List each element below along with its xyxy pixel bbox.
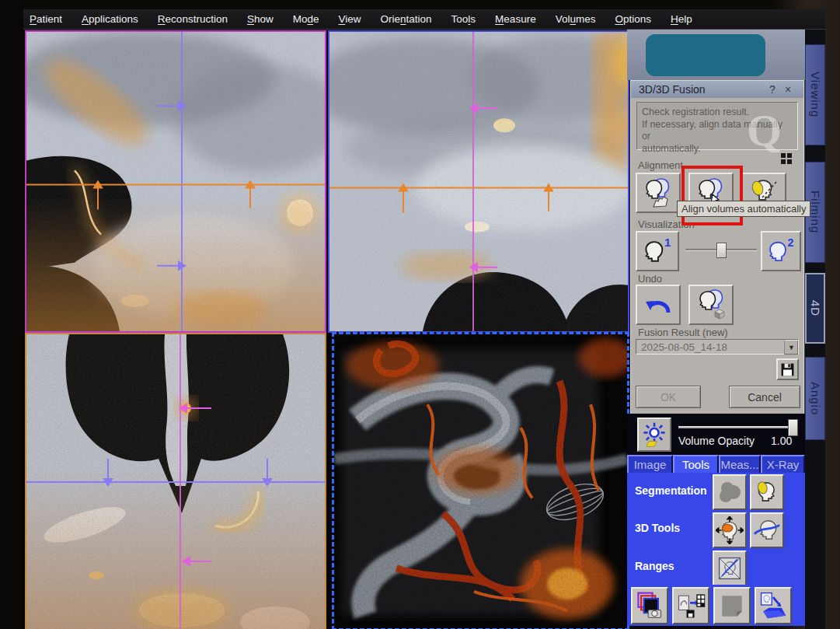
export-icon bbox=[758, 590, 789, 621]
opacity-value: 1.00 bbox=[771, 435, 792, 447]
dialog-titlebar[interactable]: 3D/3D Fusion ? × bbox=[631, 81, 803, 98]
bottom-toolbar bbox=[627, 585, 805, 626]
save-result-button[interactable] bbox=[776, 358, 799, 380]
cut-curve-button[interactable] bbox=[750, 512, 784, 548]
image-viewport-area bbox=[23, 30, 628, 629]
undo-registration-button[interactable] bbox=[688, 285, 734, 325]
dropdown-arrow-icon[interactable]: ▼ bbox=[784, 340, 798, 355]
snapshot-button[interactable] bbox=[631, 587, 668, 624]
menu-reconstruction[interactable]: Reconstruction bbox=[158, 13, 228, 25]
save-to-film-icon bbox=[675, 590, 706, 621]
blend-slider[interactable] bbox=[685, 249, 757, 251]
menu-applications[interactable]: Applications bbox=[82, 13, 138, 25]
viewport-mpr-2[interactable] bbox=[328, 30, 629, 333]
info-watermark-icon: Q bbox=[747, 104, 782, 156]
fusion-result-label: Fusion Result (new) bbox=[638, 327, 728, 338]
side-tab-angio[interactable]: Angio bbox=[805, 357, 825, 440]
tab-tools[interactable]: Tools bbox=[673, 455, 719, 473]
align-manually-button[interactable] bbox=[636, 173, 681, 213]
opacity-sun-icon bbox=[641, 421, 667, 448]
menu-help[interactable]: Help bbox=[671, 13, 692, 25]
alignment-section-label: Alignment bbox=[638, 159, 683, 171]
blend-slider-handle[interactable] bbox=[716, 243, 727, 258]
tab-image[interactable]: Image bbox=[627, 455, 673, 473]
fusion-result-dropdown[interactable]: 2025-08-05_14-18 ▼ bbox=[636, 339, 799, 355]
segmentation-blob-icon bbox=[716, 479, 743, 505]
viewport-mpr-1[interactable] bbox=[25, 30, 326, 333]
menu-patient[interactable]: Patient bbox=[30, 13, 62, 25]
viewport-3d[interactable] bbox=[332, 332, 629, 629]
bookmark-icon bbox=[716, 590, 748, 621]
side-tab-column: Viewing Filming 4D Angio bbox=[805, 30, 825, 629]
menu-bar: Patient Applications Reconstruction Show… bbox=[23, 9, 825, 30]
patient-info-redaction bbox=[646, 34, 765, 76]
segmentation-head-button[interactable] bbox=[750, 474, 784, 510]
fusion-dialog: 3D/3D Fusion ? × Check registration resu… bbox=[630, 80, 804, 415]
tool-tabs: Image Tools Meas... X-Ray bbox=[627, 455, 805, 473]
side-tab-viewing[interactable]: Viewing bbox=[805, 44, 825, 145]
export-to-folder-button[interactable] bbox=[755, 587, 792, 624]
patient-header-band bbox=[627, 30, 805, 80]
menu-view[interactable]: View bbox=[338, 13, 361, 25]
layout-grid-icon[interactable] bbox=[781, 153, 792, 164]
align-manually-icon bbox=[641, 177, 675, 208]
dialog-title: 3D/3D Fusion bbox=[639, 83, 765, 96]
show-volume1-button[interactable]: 1 bbox=[636, 231, 679, 271]
volume-opacity-bar: Volume Opacity 1.00 bbox=[627, 414, 805, 455]
transform-head-icon bbox=[716, 516, 744, 544]
tooltip: Align volumes automatically bbox=[677, 201, 810, 217]
menu-volumes[interactable]: Volumes bbox=[556, 13, 596, 25]
ranges-label: Ranges bbox=[635, 560, 674, 572]
undo-button[interactable] bbox=[636, 285, 681, 325]
bookmark-button[interactable] bbox=[713, 587, 751, 624]
undo-section-label: Undo bbox=[638, 273, 662, 285]
ranges-box-icon bbox=[716, 555, 743, 582]
menu-mode[interactable]: Mode bbox=[293, 13, 319, 25]
segmentation-blob-button[interactable] bbox=[713, 474, 747, 510]
snapshot-icon bbox=[634, 590, 665, 621]
viewport-mpr-3[interactable] bbox=[25, 333, 326, 629]
cancel-button[interactable]: Cancel bbox=[729, 386, 800, 408]
svg-text:2: 2 bbox=[788, 236, 794, 249]
save-to-film-button[interactable] bbox=[672, 587, 709, 624]
close-button[interactable]: × bbox=[780, 83, 796, 96]
tools-panel: Segmentation 3D Tools bbox=[627, 473, 805, 585]
menu-show[interactable]: Show bbox=[247, 13, 274, 25]
opacity-slider-handle[interactable] bbox=[788, 419, 798, 436]
volume1-icon: 1 bbox=[641, 236, 674, 267]
cut-curve-icon bbox=[753, 516, 781, 544]
segmentation-label: Segmentation bbox=[635, 484, 707, 497]
menu-measure[interactable]: Measure bbox=[495, 13, 536, 25]
side-tab-4d[interactable]: 4D bbox=[805, 273, 825, 344]
save-icon bbox=[780, 362, 795, 377]
svg-text:1: 1 bbox=[664, 236, 671, 249]
opacity-slider[interactable] bbox=[678, 426, 796, 428]
menu-options[interactable]: Options bbox=[615, 13, 651, 25]
ok-button[interactable]: OK bbox=[636, 386, 701, 408]
undo-icon bbox=[643, 291, 674, 319]
undo-registration-icon bbox=[693, 288, 729, 321]
tab-xray[interactable]: X-Ray bbox=[761, 455, 805, 473]
tools3d-label: 3D Tools bbox=[635, 522, 680, 534]
volume2-icon: 2 bbox=[765, 236, 796, 267]
segmentation-head-icon bbox=[754, 479, 780, 505]
menu-tools[interactable]: Tools bbox=[451, 13, 476, 25]
help-button[interactable]: ? bbox=[765, 83, 780, 96]
screen-photo: Patient Applications Reconstruction Show… bbox=[0, 0, 840, 629]
tab-measure[interactable]: Meas... bbox=[719, 455, 761, 473]
menu-orientation[interactable]: Orientation bbox=[381, 13, 432, 25]
show-volume2-button[interactable]: 2 bbox=[761, 231, 801, 271]
fusion-result-value: 2025-08-05_14-18 bbox=[641, 341, 727, 353]
opacity-preset-button[interactable] bbox=[637, 418, 671, 452]
ranges-button[interactable] bbox=[713, 550, 747, 586]
transform-volume-button[interactable] bbox=[713, 512, 747, 548]
opacity-label: Volume Opacity bbox=[678, 435, 755, 447]
